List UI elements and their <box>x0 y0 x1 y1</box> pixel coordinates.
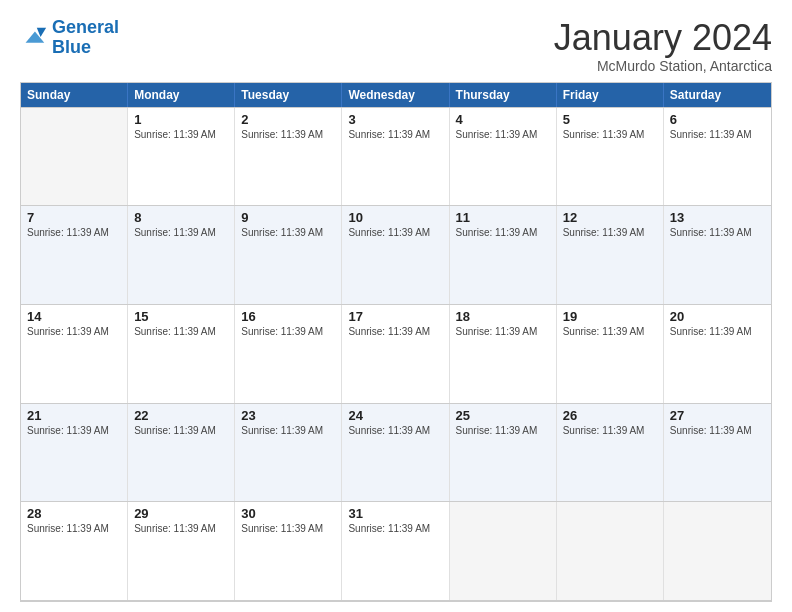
header: General Blue January 2024 McMurdo Statio… <box>20 18 772 74</box>
day-cell: 1Sunrise: 11:39 AM <box>128 108 235 206</box>
day-info: Sunrise: 11:39 AM <box>27 326 121 337</box>
day-info: Sunrise: 11:39 AM <box>348 326 442 337</box>
day-cell: 26Sunrise: 11:39 AM <box>557 404 664 502</box>
day-number: 8 <box>134 210 228 225</box>
month-year: January 2024 <box>554 18 772 58</box>
day-number: 25 <box>456 408 550 423</box>
day-info: Sunrise: 11:39 AM <box>456 129 550 140</box>
week-row-5: 28Sunrise: 11:39 AM29Sunrise: 11:39 AM30… <box>21 501 771 601</box>
page: General Blue January 2024 McMurdo Statio… <box>0 0 792 612</box>
col-header-thursday: Thursday <box>450 83 557 107</box>
day-info: Sunrise: 11:39 AM <box>348 523 442 534</box>
day-info: Sunrise: 11:39 AM <box>348 425 442 436</box>
day-info: Sunrise: 11:39 AM <box>134 129 228 140</box>
day-cell: 5Sunrise: 11:39 AM <box>557 108 664 206</box>
day-cell: 19Sunrise: 11:39 AM <box>557 305 664 403</box>
day-number: 23 <box>241 408 335 423</box>
day-info: Sunrise: 11:39 AM <box>670 129 765 140</box>
col-header-friday: Friday <box>557 83 664 107</box>
day-cell: 20Sunrise: 11:39 AM <box>664 305 771 403</box>
day-cell: 27Sunrise: 11:39 AM <box>664 404 771 502</box>
logo-line2: Blue <box>52 37 91 57</box>
calendar-header: SundayMondayTuesdayWednesdayThursdayFrid… <box>21 83 771 107</box>
day-number: 9 <box>241 210 335 225</box>
day-number: 3 <box>348 112 442 127</box>
logo-icon <box>20 24 48 52</box>
day-cell <box>664 502 771 600</box>
day-number: 13 <box>670 210 765 225</box>
day-cell <box>450 502 557 600</box>
day-info: Sunrise: 11:39 AM <box>27 523 121 534</box>
day-cell: 24Sunrise: 11:39 AM <box>342 404 449 502</box>
day-cell: 2Sunrise: 11:39 AM <box>235 108 342 206</box>
logo: General Blue <box>20 18 119 58</box>
title-block: January 2024 McMurdo Station, Antarctica <box>554 18 772 74</box>
day-number: 20 <box>670 309 765 324</box>
day-info: Sunrise: 11:39 AM <box>456 227 550 238</box>
day-cell <box>557 502 664 600</box>
day-number: 31 <box>348 506 442 521</box>
day-number: 30 <box>241 506 335 521</box>
day-cell: 4Sunrise: 11:39 AM <box>450 108 557 206</box>
day-cell: 14Sunrise: 11:39 AM <box>21 305 128 403</box>
day-number: 2 <box>241 112 335 127</box>
day-number: 6 <box>670 112 765 127</box>
day-number: 22 <box>134 408 228 423</box>
day-info: Sunrise: 11:39 AM <box>241 425 335 436</box>
day-cell: 29Sunrise: 11:39 AM <box>128 502 235 600</box>
day-info: Sunrise: 11:39 AM <box>348 227 442 238</box>
day-cell: 11Sunrise: 11:39 AM <box>450 206 557 304</box>
day-number: 21 <box>27 408 121 423</box>
day-cell: 7Sunrise: 11:39 AM <box>21 206 128 304</box>
day-cell: 18Sunrise: 11:39 AM <box>450 305 557 403</box>
day-info: Sunrise: 11:39 AM <box>27 227 121 238</box>
day-info: Sunrise: 11:39 AM <box>563 326 657 337</box>
day-cell: 15Sunrise: 11:39 AM <box>128 305 235 403</box>
day-info: Sunrise: 11:39 AM <box>134 425 228 436</box>
week-row-4: 21Sunrise: 11:39 AM22Sunrise: 11:39 AM23… <box>21 403 771 502</box>
day-info: Sunrise: 11:39 AM <box>134 326 228 337</box>
week-row-3: 14Sunrise: 11:39 AM15Sunrise: 11:39 AM16… <box>21 304 771 403</box>
day-cell: 8Sunrise: 11:39 AM <box>128 206 235 304</box>
day-number: 10 <box>348 210 442 225</box>
day-cell: 3Sunrise: 11:39 AM <box>342 108 449 206</box>
day-info: Sunrise: 11:39 AM <box>563 425 657 436</box>
day-number: 19 <box>563 309 657 324</box>
calendar: SundayMondayTuesdayWednesdayThursdayFrid… <box>20 82 772 602</box>
day-info: Sunrise: 11:39 AM <box>27 425 121 436</box>
day-number: 15 <box>134 309 228 324</box>
day-cell: 16Sunrise: 11:39 AM <box>235 305 342 403</box>
day-cell: 10Sunrise: 11:39 AM <box>342 206 449 304</box>
day-number: 28 <box>27 506 121 521</box>
day-cell: 30Sunrise: 11:39 AM <box>235 502 342 600</box>
day-number: 17 <box>348 309 442 324</box>
week-row-2: 7Sunrise: 11:39 AM8Sunrise: 11:39 AM9Sun… <box>21 205 771 304</box>
col-header-monday: Monday <box>128 83 235 107</box>
day-info: Sunrise: 11:39 AM <box>456 326 550 337</box>
logo-line1: General <box>52 17 119 37</box>
day-number: 27 <box>670 408 765 423</box>
day-number: 16 <box>241 309 335 324</box>
week-row-1: 1Sunrise: 11:39 AM2Sunrise: 11:39 AM3Sun… <box>21 107 771 206</box>
day-number: 7 <box>27 210 121 225</box>
col-header-tuesday: Tuesday <box>235 83 342 107</box>
calendar-body: 1Sunrise: 11:39 AM2Sunrise: 11:39 AM3Sun… <box>21 107 771 601</box>
day-number: 11 <box>456 210 550 225</box>
day-info: Sunrise: 11:39 AM <box>456 425 550 436</box>
col-header-sunday: Sunday <box>21 83 128 107</box>
day-info: Sunrise: 11:39 AM <box>241 129 335 140</box>
day-cell: 21Sunrise: 11:39 AM <box>21 404 128 502</box>
day-cell: 6Sunrise: 11:39 AM <box>664 108 771 206</box>
day-info: Sunrise: 11:39 AM <box>563 227 657 238</box>
day-info: Sunrise: 11:39 AM <box>670 326 765 337</box>
day-number: 4 <box>456 112 550 127</box>
day-info: Sunrise: 11:39 AM <box>134 523 228 534</box>
day-number: 14 <box>27 309 121 324</box>
day-info: Sunrise: 11:39 AM <box>241 227 335 238</box>
day-cell: 31Sunrise: 11:39 AM <box>342 502 449 600</box>
day-cell: 25Sunrise: 11:39 AM <box>450 404 557 502</box>
day-number: 26 <box>563 408 657 423</box>
location: McMurdo Station, Antarctica <box>554 58 772 74</box>
day-info: Sunrise: 11:39 AM <box>563 129 657 140</box>
day-cell: 9Sunrise: 11:39 AM <box>235 206 342 304</box>
